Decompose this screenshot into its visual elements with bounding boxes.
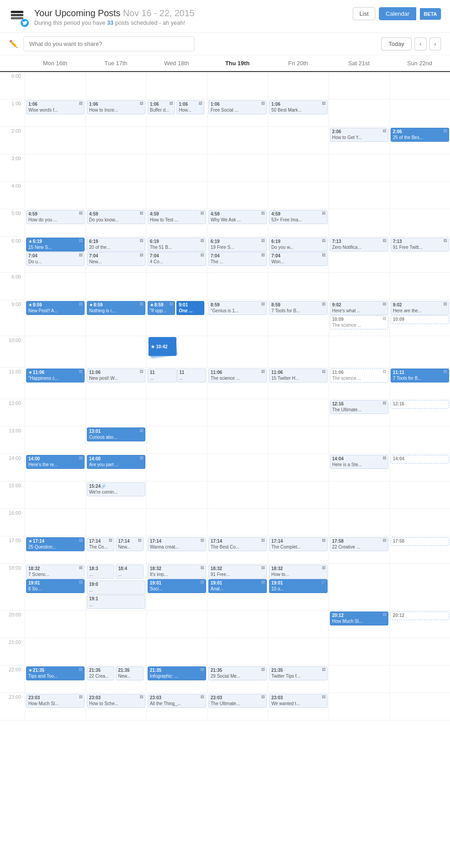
event[interactable]: 14:00🖼Here's the re... bbox=[26, 455, 85, 469]
event[interactable]: 19:01🖼6 So... bbox=[26, 579, 85, 593]
today-button[interactable]: Today bbox=[381, 37, 412, 50]
event[interactable]: 4:59🖼Do you know... bbox=[87, 210, 145, 224]
event[interactable]: ★8:59🖼"If opp... bbox=[148, 301, 175, 315]
event[interactable]: 23:03🖼How to Sche... bbox=[87, 694, 145, 708]
event[interactable]: 18:32🖼7 Scienc... bbox=[26, 565, 85, 579]
event[interactable]: 11:06🖼The science ... bbox=[208, 369, 267, 382]
tue-15: 15:24🔗We're comin... bbox=[86, 481, 146, 508]
event[interactable]: 17:58🖼22 Creative ... bbox=[330, 537, 388, 551]
event[interactable]: 4:59🖼How to Test ... bbox=[148, 210, 206, 224]
event[interactable]: 11:06🖼New post! W... bbox=[87, 369, 145, 382]
event[interactable]: ★11:06🖼"Happiness c... bbox=[26, 369, 85, 382]
event[interactable]: 2:06🖼How to Get Y... bbox=[330, 128, 388, 142]
event[interactable]: 1:06🖼50 Best Mark... bbox=[269, 100, 328, 114]
event[interactable]: 12:16🖼The Ultimate... bbox=[330, 400, 388, 414]
event[interactable]: 17:14🖼The Co... bbox=[87, 537, 114, 551]
event[interactable]: 21:35🖼Infographic: ... bbox=[148, 666, 206, 680]
event[interactable]: 23:03🖼The Ultimate... bbox=[208, 694, 267, 708]
fri-10 bbox=[268, 336, 328, 367]
event[interactable]: 11:06🖼15 Twitter H... bbox=[269, 369, 328, 382]
event[interactable]: 1:06🖼How... bbox=[176, 100, 204, 114]
event[interactable]: 6:19🖼The 51 B... bbox=[148, 238, 206, 252]
event-empty[interactable]: 14:04 bbox=[391, 455, 449, 463]
event[interactable]: 17:14🖼New... bbox=[116, 537, 143, 551]
event-empty[interactable]: 10:09 bbox=[391, 315, 449, 324]
event[interactable]: 1:06🖼How to Incre... bbox=[87, 100, 145, 114]
event[interactable]: ★6:19🖼15 New S... bbox=[26, 238, 85, 252]
compose-input[interactable] bbox=[23, 36, 194, 51]
event[interactable]: 18:32🖼How to... bbox=[269, 565, 328, 579]
event[interactable]: 19:01🔗10 o... bbox=[269, 579, 328, 593]
event[interactable]: 21:35New... bbox=[116, 666, 143, 680]
event[interactable]: 18:32🖼It's imp... bbox=[148, 565, 206, 579]
event[interactable]: 17:14🖼The Complet... bbox=[269, 537, 328, 551]
event[interactable]: 8:59🖼"Genius is 1... bbox=[208, 301, 267, 315]
event[interactable]: 21:35🖼29 Social Me... bbox=[208, 666, 267, 680]
event[interactable]: 7:04🖼Won... bbox=[269, 252, 328, 266]
event[interactable]: 11:11🖼7 Tools for B... bbox=[391, 369, 449, 382]
event[interactable]: 7:13🖼Zero Notifica... bbox=[330, 238, 388, 252]
fri-3 bbox=[268, 154, 328, 181]
event[interactable]: ★21:35🖼Tips and Too... bbox=[26, 666, 85, 680]
event-empty[interactable]: 20:12 bbox=[391, 612, 449, 620]
next-week-button[interactable]: › bbox=[429, 37, 441, 50]
list-view-button[interactable]: List bbox=[353, 7, 375, 20]
sat-10 bbox=[328, 336, 389, 367]
event[interactable]: 21:3522 Crea... bbox=[87, 666, 114, 680]
prev-week-button[interactable]: ‹ bbox=[414, 37, 426, 50]
event[interactable]: 1:06🖼Buffer d... bbox=[148, 100, 175, 114]
event[interactable]: 1:06🖼Free Social ... bbox=[208, 100, 267, 114]
mon-16 bbox=[25, 509, 86, 536]
event-empty[interactable]: 12:16 bbox=[391, 400, 449, 409]
event[interactable]: 4:59🖼53+ Free Ima... bbox=[269, 210, 328, 224]
event[interactable]: 19:0... bbox=[87, 580, 145, 594]
event[interactable]: 9:02🖼Here's what ... bbox=[330, 301, 388, 315]
event[interactable]: 18:4... bbox=[116, 565, 143, 579]
event[interactable]: 4:59🖼How do you ... bbox=[26, 210, 85, 224]
event-dragging[interactable]: 9:01One ... bbox=[176, 301, 204, 315]
event[interactable]: 13:01🖼Curious abo... bbox=[87, 427, 145, 441]
event[interactable]: 17:14🖼The Best Co... bbox=[208, 537, 267, 551]
event[interactable]: 14:00🖼Are you part ... bbox=[87, 455, 145, 469]
event-empty[interactable]: 11:06🖼The science ... bbox=[330, 369, 388, 382]
event[interactable]: 19:01🖼Soci... bbox=[148, 579, 206, 593]
event[interactable]: 19:01🖼Anal... bbox=[208, 579, 267, 593]
event[interactable]: 23:03🖼How Much Sl... bbox=[26, 694, 85, 708]
event[interactable]: 4:59🖼Why We Ask ... bbox=[208, 210, 267, 224]
event[interactable]: 17:14🖼Wanna creat... bbox=[148, 537, 206, 551]
event[interactable]: 7:13🖼91 Free Twitt... bbox=[391, 238, 449, 252]
event[interactable]: 6:19🖼19 Free S... bbox=[208, 238, 267, 252]
calendar-view-button[interactable]: Calendar bbox=[379, 7, 416, 20]
event[interactable]: 23:03🖼All the Thing_... bbox=[148, 694, 206, 708]
event[interactable]: 8:59🖼7 Tools for B... bbox=[269, 301, 328, 315]
event[interactable]: 15:24🔗We're comin... bbox=[87, 482, 145, 496]
event[interactable]: 7:04🖼The ... bbox=[208, 252, 267, 266]
event[interactable]: 11... bbox=[177, 369, 207, 382]
event[interactable]: ★8:59🖼Nothing is i... bbox=[87, 301, 145, 315]
event-empty[interactable]: 10:09🖼The science ... bbox=[330, 315, 388, 329]
dragging-event[interactable]: ★ 10:42 bbox=[148, 337, 176, 356]
event[interactable]: 7:04🖼New... bbox=[87, 252, 145, 266]
event[interactable]: 23:03🖼We wanted t... bbox=[269, 694, 328, 708]
event[interactable]: 9:02🖼Here are the... bbox=[391, 301, 449, 315]
event[interactable]: 18:3... bbox=[87, 565, 114, 579]
event-empty[interactable]: 17:58 bbox=[391, 537, 449, 546]
event[interactable]: 6:19🖼20 of the... bbox=[87, 238, 145, 252]
event[interactable]: 2:06🖼25 of the Bes... bbox=[391, 128, 449, 142]
event[interactable]: 11... bbox=[148, 369, 177, 382]
event[interactable]: 1:06🖼Wise words f... bbox=[26, 100, 85, 114]
event[interactable]: 7:04🖼Do u... bbox=[26, 252, 85, 266]
event[interactable]: 7:04🖼4 Co... bbox=[148, 252, 206, 266]
sun-20: 20:12 bbox=[389, 611, 450, 638]
event[interactable]: 14:04🖼Here is a Ste... bbox=[330, 455, 388, 469]
thu-1: 1:06🖼Free Social ... bbox=[207, 99, 268, 126]
event[interactable]: 20:12🖼How Much Sl... bbox=[330, 612, 388, 625]
event[interactable]: 18:32🖼91 Free... bbox=[208, 565, 267, 579]
sat-6: 7:13🖼Zero Notifica... bbox=[328, 237, 389, 272]
event[interactable]: 19:1... bbox=[87, 595, 145, 609]
wed-18: 18:32🖼It's imp... 19:01🖼Soci... bbox=[146, 564, 207, 610]
event[interactable]: ★17:14🖼25 Question... bbox=[26, 537, 85, 551]
event[interactable]: 21:35🖼Twitter Tips f... bbox=[269, 666, 328, 680]
event[interactable]: ★8:59🖼New Post!! A... bbox=[26, 301, 85, 315]
event[interactable]: 6:19🖼Do you w... bbox=[269, 238, 328, 252]
